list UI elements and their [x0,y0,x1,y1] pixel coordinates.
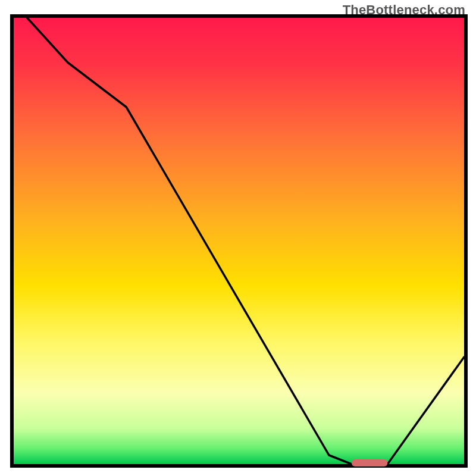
plot-svg [0,0,476,476]
bottleneck-chart: TheBottleneck.com [0,0,476,476]
optimal-marker [352,459,388,466]
plot-background [14,18,464,464]
